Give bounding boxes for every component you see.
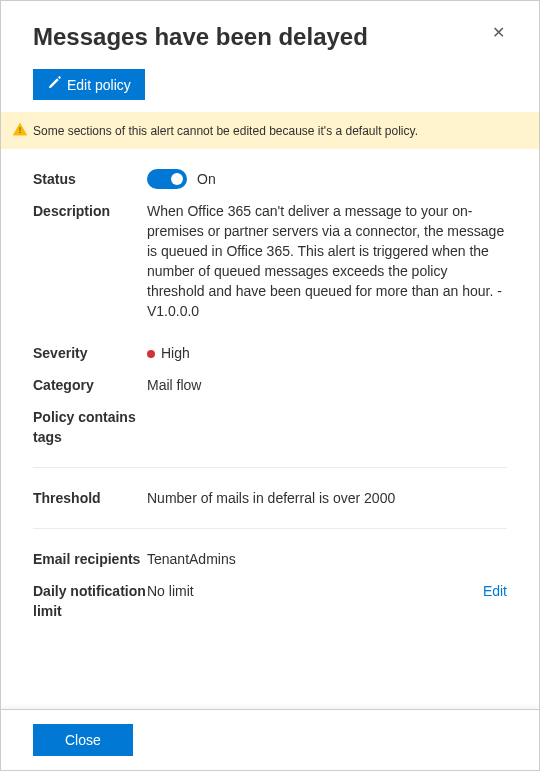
close-button[interactable]: Close bbox=[33, 724, 133, 756]
policy-tags-label: Policy contains tags bbox=[33, 407, 147, 447]
edit-policy-label: Edit policy bbox=[67, 77, 131, 93]
description-value: When Office 365 can't deliver a message … bbox=[147, 201, 507, 321]
severity-value: High bbox=[161, 345, 190, 361]
daily-limit-value: No limit bbox=[147, 581, 194, 601]
email-recipients-value: TenantAdmins bbox=[147, 549, 507, 569]
email-recipients-label: Email recipients bbox=[33, 549, 147, 569]
toggle-knob bbox=[171, 173, 183, 185]
severity-label: Severity bbox=[33, 343, 147, 363]
edit-recipients-link[interactable]: Edit bbox=[471, 581, 507, 601]
close-icon[interactable]: ✕ bbox=[490, 23, 507, 43]
threshold-value: Number of mails in deferral is over 2000 bbox=[147, 488, 507, 508]
status-toggle-text: On bbox=[197, 169, 216, 189]
threshold-label: Threshold bbox=[33, 488, 147, 508]
description-label: Description bbox=[33, 201, 147, 221]
warning-icon bbox=[13, 122, 27, 139]
severity-dot-icon bbox=[147, 350, 155, 358]
warning-banner: Some sections of this alert cannot be ed… bbox=[1, 112, 539, 149]
category-label: Category bbox=[33, 375, 147, 395]
category-value: Mail flow bbox=[147, 375, 507, 395]
pencil-icon bbox=[47, 76, 61, 93]
daily-limit-label: Daily notification limit bbox=[33, 581, 147, 621]
warning-text: Some sections of this alert cannot be ed… bbox=[33, 124, 418, 138]
divider bbox=[33, 528, 507, 529]
divider bbox=[33, 467, 507, 468]
edit-policy-button[interactable]: Edit policy bbox=[33, 69, 145, 100]
page-title: Messages have been delayed bbox=[33, 23, 368, 51]
status-toggle[interactable] bbox=[147, 169, 187, 189]
status-label: Status bbox=[33, 169, 147, 189]
